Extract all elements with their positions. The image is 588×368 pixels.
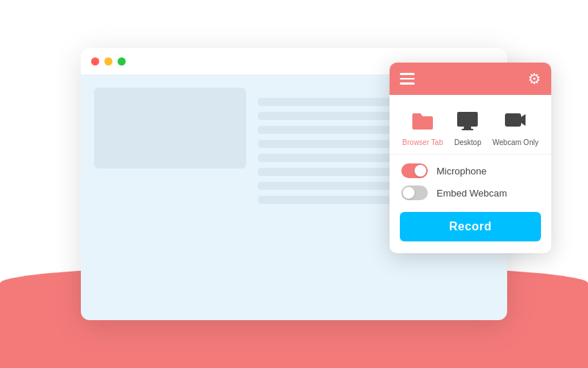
browser-mockup: ⚙ Browser Tab xyxy=(81,48,507,320)
text-line-8 xyxy=(258,196,400,204)
popup-header: ⚙ xyxy=(390,63,551,95)
toggle-section: Microphone Embed Webcam xyxy=(390,155,551,209)
hamburger-menu-icon[interactable] xyxy=(400,73,415,85)
embed-webcam-label: Embed Webcam xyxy=(437,188,507,199)
source-webcam-only[interactable]: Webcam Only xyxy=(492,107,539,146)
embed-webcam-toggle-row: Embed Webcam xyxy=(401,185,539,200)
recording-popup: ⚙ Browser Tab xyxy=(390,63,551,253)
source-options: Browser Tab Desktop xyxy=(390,95,551,155)
desktop-label: Desktop xyxy=(454,138,481,146)
content-image-placeholder xyxy=(94,88,246,169)
window-dot-yellow xyxy=(104,57,112,66)
window-dot-red xyxy=(91,57,99,66)
webcam-only-label: Webcam Only xyxy=(492,138,539,146)
browser-tab-label: Browser Tab xyxy=(402,138,442,146)
svg-rect-0 xyxy=(457,112,478,127)
webcam-only-icon xyxy=(501,107,529,135)
record-button[interactable]: Record xyxy=(400,212,541,241)
svg-marker-4 xyxy=(521,114,526,126)
microphone-label: Microphone xyxy=(437,166,487,177)
source-browser-tab[interactable]: Browser Tab xyxy=(402,107,442,146)
source-desktop[interactable]: Desktop xyxy=(453,107,481,146)
microphone-toggle-row: Microphone xyxy=(401,163,539,178)
gear-icon[interactable]: ⚙ xyxy=(528,71,541,86)
desktop-icon xyxy=(453,107,481,135)
svg-rect-3 xyxy=(505,113,521,127)
microphone-toggle[interactable] xyxy=(401,163,428,178)
embed-webcam-toggle[interactable] xyxy=(401,185,428,200)
window-dot-green xyxy=(118,57,126,66)
background: ⚙ Browser Tab xyxy=(0,0,588,368)
browser-tab-icon xyxy=(409,107,437,135)
svg-rect-2 xyxy=(462,129,473,130)
browser-left-panel xyxy=(94,88,246,307)
